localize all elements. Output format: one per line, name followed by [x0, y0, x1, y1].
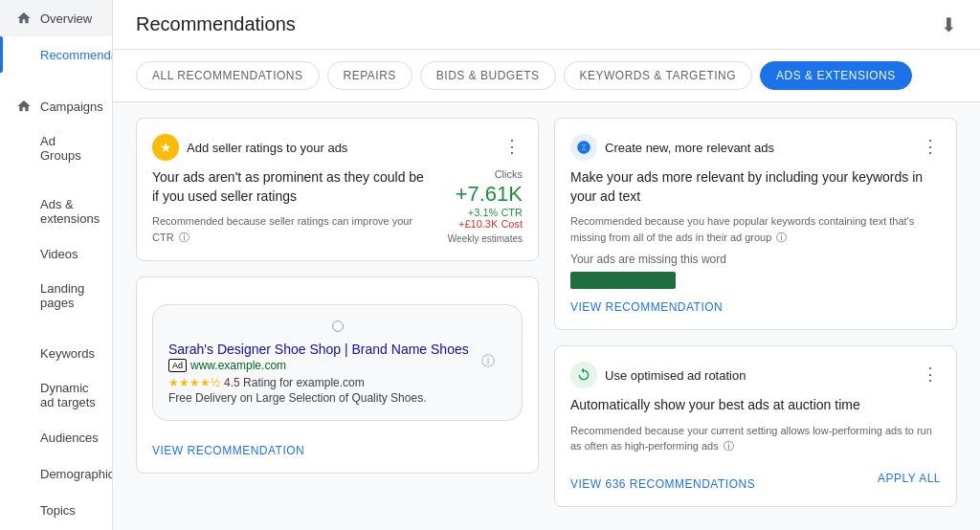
ad-rotation-view-btn[interactable]: VIEW 636 RECOMMENDATIONS: [570, 477, 755, 491]
relevant-ads-view-btn[interactable]: VIEW RECOMMENDATION: [570, 300, 723, 314]
ad-rotation-apply-btn[interactable]: APPLY ALL: [878, 472, 941, 485]
phone-circle: [332, 320, 344, 332]
sidebar-item-ad-groups[interactable]: Ad Groups: [0, 124, 112, 172]
card-relevant-ads-headline: Make your ads more relevant by including…: [570, 168, 941, 206]
sidebar-item-landing-pages[interactable]: Landing pages: [0, 272, 112, 320]
sidebar-item-campaigns[interactable]: Campaigns: [0, 88, 112, 124]
card-relevant-ads-header: Create new, more relevant ads ⋮: [570, 134, 941, 161]
sidebar-item-audiences[interactable]: Audiences: [0, 419, 112, 455]
topics-icon: [15, 501, 33, 519]
card-seller-ratings-stats: Clicks +7.61K +3.1% CTR +£10.3K Cost Wee…: [448, 168, 523, 245]
page-title: Recommendations: [136, 13, 296, 35]
ad-rating-row: ★★★★½ 4.5 Rating for example.com: [168, 376, 506, 389]
ad-rating-value: 4.5 Rating for example.com: [224, 376, 365, 389]
info-icon: ⓘ: [179, 232, 189, 243]
ad-rotation-more-icon[interactable]: ⋮: [920, 362, 941, 386]
missing-word-bar: [570, 272, 676, 289]
sidebar-item-demographics[interactable]: Demographics: [0, 455, 112, 492]
sidebar-label-ad-groups: Ad Groups: [40, 134, 97, 163]
main-content: Recommendations ⬇ ALL RECOMMENDATIONS RE…: [113, 0, 980, 530]
seller-ratings-more-icon[interactable]: ⋮: [501, 134, 523, 159]
sidebar-item-dynamic-ad-targets[interactable]: Dynamic ad targets: [0, 371, 112, 419]
filter-keywords-targeting[interactable]: KEYWORDS & TARGETING: [564, 61, 753, 90]
card-title-row: ★ Add seller ratings to your ads: [152, 134, 347, 161]
card-seller-ratings-body: Your ads aren't as prominent as they cou…: [152, 168, 523, 245]
ad-groups-icon: [15, 140, 33, 157]
ad-info-icon[interactable]: ⓘ: [481, 353, 495, 370]
svg-rect-1: [582, 145, 583, 149]
home-icon: [15, 10, 33, 27]
stat-note: Weekly estimates: [448, 233, 523, 244]
relevant-ads-more-icon[interactable]: ⋮: [920, 134, 941, 159]
sidebar-label-demographics: Demographics: [40, 467, 113, 481]
card-seller-ratings: ★ Add seller ratings to your ads ⋮ Your …: [136, 118, 539, 261]
filter-all-recommendations[interactable]: ALL RECOMMENDATIONS: [136, 61, 320, 90]
sidebar-item-ads-extensions[interactable]: Ads & extensions: [0, 188, 112, 235]
campaigns-icon: [15, 98, 33, 115]
star-icon: ★: [160, 140, 172, 155]
sidebar-label-topics: Topics: [40, 503, 76, 518]
relevant-ads-title-row: Create new, more relevant ads: [570, 134, 774, 161]
page-header: Recommendations ⬇: [113, 0, 980, 50]
videos-icon: [15, 245, 33, 262]
sidebar-label-overview: Overview: [40, 11, 92, 26]
ad-description: Free Delivery on Large Selection of Qual…: [168, 391, 506, 405]
sidebar-label-dynamic-ad-targets: Dynamic ad targets: [40, 381, 97, 409]
sidebar-label-ads-extensions: Ads & extensions: [40, 197, 100, 226]
ads-extensions-icon: [15, 203, 33, 220]
stat-ctr: +3.1% CTR: [448, 207, 523, 218]
card-relevant-ads-desc: Recommended because you have popular key…: [570, 213, 941, 245]
card-seller-ratings-headline: Your ads aren't as prominent as they cou…: [152, 168, 433, 206]
landing-pages-icon: [15, 287, 33, 304]
ad-url-row: Ad www.example.com: [168, 359, 506, 372]
stat-cost: +£10.3K Cost: [448, 218, 523, 230]
download-icon[interactable]: ⬇: [941, 13, 957, 36]
sidebar-label-recommendations: Recommendations: [40, 48, 113, 62]
filter-repairs[interactable]: REPAIRS: [327, 61, 412, 90]
missing-word-label: Your ads are missing this word: [570, 253, 941, 266]
recommendations-grid: ★ Add seller ratings to your ads ⋮ Your …: [113, 102, 980, 530]
sidebar-item-overview[interactable]: Overview: [0, 0, 112, 36]
audiences-icon: [15, 429, 33, 446]
filter-ads-extensions[interactable]: ADS & EXTENSIONS: [760, 61, 912, 90]
ad-preview-view-btn[interactable]: VIEW RECOMMENDATION: [152, 444, 304, 457]
sidebar-item-topics[interactable]: Topics: [0, 492, 112, 528]
card-ad-rotation-headline: Automatically show your best ads at auct…: [570, 396, 941, 415]
card-seller-ratings-text: Your ads aren't as prominent as they cou…: [152, 168, 433, 245]
sidebar: Overview Recommendations Campaigns Ad Gr…: [0, 0, 113, 530]
card-ad-rotation-header: Use optimised ad rotation ⋮: [570, 362, 941, 388]
card-ad-rotation: Use optimised ad rotation ⋮ Automaticall…: [554, 345, 957, 507]
sidebar-label-audiences: Audiences: [40, 431, 99, 445]
sidebar-item-recommendations[interactable]: Recommendations: [0, 36, 112, 73]
card-ad-preview: Sarah's Designer Shoe Shop | Brand Name …: [136, 276, 539, 474]
seller-ratings-icon: ★: [152, 134, 179, 161]
phone-mockup: Sarah's Designer Shoe Shop | Brand Name …: [152, 304, 523, 421]
card-ad-rotation-footer: VIEW 636 RECOMMENDATIONS APPLY ALL: [570, 466, 941, 491]
sidebar-label-campaigns: Campaigns: [40, 99, 103, 114]
header-actions: ⬇: [941, 13, 957, 36]
ad-badge: Ad: [168, 359, 187, 372]
card-seller-ratings-title: Add seller ratings to your ads: [187, 141, 347, 155]
stat-clicks-value: +7.61K: [448, 182, 523, 207]
keywords-icon: [15, 344, 33, 362]
sidebar-label-keywords: Keywords: [40, 346, 95, 361]
sidebar-item-keywords[interactable]: Keywords: [0, 335, 112, 371]
sidebar-item-videos[interactable]: Videos: [0, 235, 112, 272]
recommendations-icon: [15, 46, 33, 63]
card-ad-rotation-title: Use optimised ad rotation: [605, 368, 746, 383]
info-icon-3: ⓘ: [724, 440, 734, 452]
filter-bar: ALL RECOMMENDATIONS REPAIRS BIDS & BUDGE…: [113, 50, 980, 102]
ad-rotation-icon: [570, 362, 597, 388]
ad-rotation-title-row: Use optimised ad rotation: [570, 362, 746, 388]
ad-stars: ★★★★½: [168, 376, 220, 389]
card-relevant-ads: Create new, more relevant ads ⋮ Make you…: [554, 118, 957, 330]
stat-clicks-label: Clicks: [448, 168, 523, 180]
filter-bids-budgets[interactable]: BIDS & BUDGETS: [420, 61, 556, 90]
sidebar-label-landing-pages: Landing pages: [40, 281, 97, 310]
card-seller-ratings-desc: Recommended because seller ratings can i…: [152, 213, 433, 245]
demographics-icon: [15, 465, 33, 482]
relevant-ads-icon: [570, 134, 597, 161]
svg-rect-2: [585, 145, 586, 149]
dynamic-ad-targets-icon: [15, 386, 33, 404]
card-relevant-ads-title: Create new, more relevant ads: [605, 141, 774, 155]
